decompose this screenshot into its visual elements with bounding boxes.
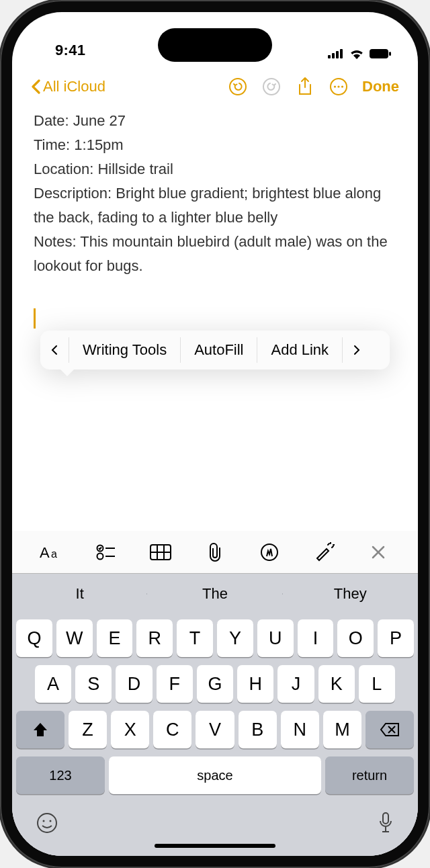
note-line: Time: 1:15pm <box>34 133 396 157</box>
key-e[interactable]: E <box>97 619 133 657</box>
svg-rect-2 <box>336 51 339 58</box>
key-o[interactable]: O <box>337 619 374 657</box>
key-s[interactable]: S <box>75 665 112 703</box>
home-indicator[interactable] <box>155 844 275 848</box>
key-i[interactable]: I <box>298 619 334 657</box>
svg-rect-3 <box>340 49 343 58</box>
context-menu: Writing Tools AutoFill Add Link <box>40 331 390 370</box>
wifi-icon <box>349 48 364 59</box>
checklist-icon[interactable] <box>93 544 120 560</box>
key-n[interactable]: N <box>281 711 319 748</box>
keyboard: Aa It The They Q W E R T <box>12 531 418 856</box>
suggestion-bar: It The They <box>12 574 418 614</box>
menu-item-autofill[interactable]: AutoFill <box>181 331 257 370</box>
undo-icon[interactable] <box>228 77 248 96</box>
key-g[interactable]: G <box>197 665 233 703</box>
emoji-icon[interactable] <box>36 812 58 836</box>
space-key[interactable]: space <box>109 756 321 794</box>
svg-rect-6 <box>389 52 391 56</box>
svg-rect-1 <box>332 53 335 58</box>
text-format-icon[interactable]: Aa <box>38 544 65 561</box>
key-z[interactable]: Z <box>69 711 107 748</box>
note-line: Notes: This mountain bluebird (adult mal… <box>34 230 396 278</box>
note-body[interactable]: Date: June 27 Time: 1:15pm Location: Hil… <box>12 106 418 279</box>
svg-point-11 <box>337 85 339 87</box>
svg-point-29 <box>43 820 45 822</box>
note-line: Location: Hillside trail <box>34 157 396 181</box>
key-f[interactable]: F <box>157 665 193 703</box>
key-r[interactable]: R <box>136 619 173 657</box>
share-icon[interactable] <box>295 77 315 97</box>
key-v[interactable]: V <box>196 711 234 748</box>
status-time: 9:41 <box>55 42 85 59</box>
svg-point-12 <box>341 85 343 87</box>
svg-text:A: A <box>40 544 50 561</box>
svg-rect-0 <box>328 55 331 58</box>
nav-bar: All iCloud Done <box>12 67 418 106</box>
key-k[interactable]: K <box>318 665 355 703</box>
note-line: Description: Bright blue gradient; brigh… <box>34 181 396 230</box>
svg-point-8 <box>263 79 280 95</box>
key-d[interactable]: D <box>116 665 152 703</box>
menu-item-writing-tools[interactable]: Writing Tools <box>69 331 180 370</box>
backspace-key[interactable] <box>366 711 414 748</box>
svg-point-30 <box>50 820 52 822</box>
svg-rect-5 <box>370 49 388 58</box>
key-b[interactable]: B <box>239 711 277 748</box>
key-row-2: A S D F G H J K L <box>16 665 414 703</box>
shift-key[interactable] <box>16 711 64 748</box>
key-h[interactable]: H <box>237 665 273 703</box>
svg-point-7 <box>230 79 246 95</box>
return-key[interactable]: return <box>325 756 414 794</box>
menu-next-button[interactable] <box>343 331 371 370</box>
key-c[interactable]: C <box>153 711 191 748</box>
key-row-1: Q W E R T Y U I O P <box>16 619 414 657</box>
table-icon[interactable] <box>147 544 174 560</box>
key-row-4: 123 space return <box>16 756 414 794</box>
text-cursor <box>34 308 36 329</box>
key-m[interactable]: M <box>323 711 361 748</box>
key-j[interactable]: J <box>277 665 314 703</box>
suggestion[interactable]: It <box>12 585 147 603</box>
note-line: Date: June 27 <box>34 109 396 133</box>
svg-point-4 <box>355 56 358 59</box>
key-l[interactable]: L <box>359 665 395 703</box>
attachment-icon[interactable] <box>202 542 228 562</box>
svg-point-28 <box>38 814 56 832</box>
numbers-key[interactable]: 123 <box>16 756 105 794</box>
suggestion[interactable]: The <box>147 585 282 603</box>
format-bar: Aa <box>12 531 418 574</box>
key-t[interactable]: T <box>177 619 213 657</box>
cellular-icon <box>328 49 344 58</box>
mic-icon[interactable] <box>378 812 394 837</box>
key-p[interactable]: P <box>378 619 414 657</box>
key-x[interactable]: X <box>111 711 149 748</box>
more-icon[interactable] <box>329 77 349 96</box>
back-button[interactable]: All iCloud <box>31 78 105 95</box>
svg-rect-31 <box>383 813 388 824</box>
menu-item-add-link[interactable]: Add Link <box>257 331 342 370</box>
redo-icon <box>261 77 282 96</box>
svg-point-10 <box>334 85 336 87</box>
key-q[interactable]: Q <box>16 619 52 657</box>
key-w[interactable]: W <box>56 619 93 657</box>
key-u[interactable]: U <box>257 619 294 657</box>
done-button[interactable]: Done <box>362 78 399 95</box>
battery-icon <box>370 49 391 58</box>
menu-prev-button[interactable] <box>40 331 69 370</box>
markup-icon[interactable] <box>256 543 283 562</box>
back-label: All iCloud <box>43 78 105 95</box>
magic-icon[interactable] <box>310 542 337 562</box>
svg-point-17 <box>97 553 103 559</box>
close-icon[interactable] <box>365 545 392 560</box>
key-y[interactable]: Y <box>217 619 253 657</box>
key-row-3: Z X C V B N M <box>16 711 414 748</box>
svg-text:a: a <box>51 548 57 560</box>
dynamic-island <box>158 28 272 62</box>
key-a[interactable]: A <box>35 665 71 703</box>
suggestion[interactable]: They <box>283 585 418 603</box>
